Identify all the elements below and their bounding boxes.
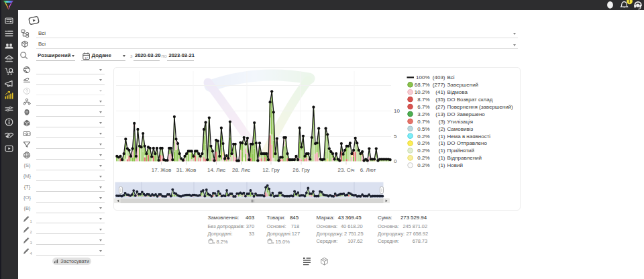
svg-text:Повернення (завершений): Повернення (завершений) xyxy=(447,104,514,110)
svg-text:0.5%: 0.5% xyxy=(417,126,429,132)
svg-text:Утилізація: Утилізація xyxy=(447,119,473,125)
svg-text:Відправлений: Відправлений xyxy=(447,155,482,161)
svg-text:12. Гру: 12. Гру xyxy=(262,167,280,173)
svg-text:26. Гру: 26. Гру xyxy=(292,167,310,173)
svg-text:(277): (277) xyxy=(433,82,445,88)
svg-text:(3): (3) xyxy=(439,119,445,125)
svg-text:Новий: Новий xyxy=(447,162,463,168)
svg-text:0.2%: 0.2% xyxy=(417,140,429,146)
svg-text:68.7%: 68.7% xyxy=(415,82,430,88)
svg-text:5: 5 xyxy=(394,133,397,140)
svg-text:(1): (1) xyxy=(439,162,445,168)
svg-text:DO Завершено: DO Завершено xyxy=(447,111,486,117)
svg-text:Всі: Всі xyxy=(447,74,455,80)
svg-text:(1): (1) xyxy=(439,155,445,161)
svg-text:10: 10 xyxy=(394,108,400,114)
svg-text:31. Жов: 31. Жов xyxy=(176,167,196,173)
svg-text:3.2%: 3.2% xyxy=(417,111,429,117)
svg-text:(35): (35) xyxy=(435,97,445,103)
svg-text:17. Жов: 17. Жов xyxy=(152,167,171,173)
svg-text:0.2%: 0.2% xyxy=(417,155,429,161)
svg-text:DO Возврат склад: DO Возврат склад xyxy=(447,97,493,103)
svg-text:8.7%: 8.7% xyxy=(417,97,429,103)
svg-text:6. Лют: 6. Лют xyxy=(360,167,376,173)
svg-text:6.7%: 6.7% xyxy=(417,104,429,110)
svg-text:Нема в наявності: Нема в наявності xyxy=(447,133,491,140)
svg-text:(1): (1) xyxy=(439,133,445,140)
svg-text:(41): (41) xyxy=(435,89,445,95)
svg-text:(13): (13) xyxy=(435,111,445,117)
svg-text:0.2%: 0.2% xyxy=(417,133,429,140)
svg-text:0.2%: 0.2% xyxy=(417,162,429,168)
svg-text:Прийнятий: Прийнятий xyxy=(447,148,475,154)
svg-text:(27): (27) xyxy=(435,104,445,110)
svg-text:28. Лис: 28. Лис xyxy=(232,167,250,173)
svg-text:100%: 100% xyxy=(416,74,429,80)
svg-text:10.2%: 10.2% xyxy=(415,89,430,95)
svg-text:(1): (1) xyxy=(439,148,445,154)
svg-text:0.7%: 0.7% xyxy=(417,119,429,125)
svg-text:0: 0 xyxy=(394,158,397,164)
svg-text:Відмова: Відмова xyxy=(447,89,468,95)
svg-text:23. Січ: 23. Січ xyxy=(337,167,354,173)
svg-text:(403): (403) xyxy=(433,74,445,80)
svg-text:14. Лис: 14. Лис xyxy=(207,167,225,173)
svg-text:(1): (1) xyxy=(439,140,445,146)
svg-text:DO Отправлено: DO Отправлено xyxy=(447,140,488,146)
svg-text:(2): (2) xyxy=(439,126,445,132)
svg-text:Самовивіз: Самовивіз xyxy=(447,126,474,132)
svg-text:0.2%: 0.2% xyxy=(417,148,429,154)
svg-text:Завершений: Завершений xyxy=(447,82,479,88)
